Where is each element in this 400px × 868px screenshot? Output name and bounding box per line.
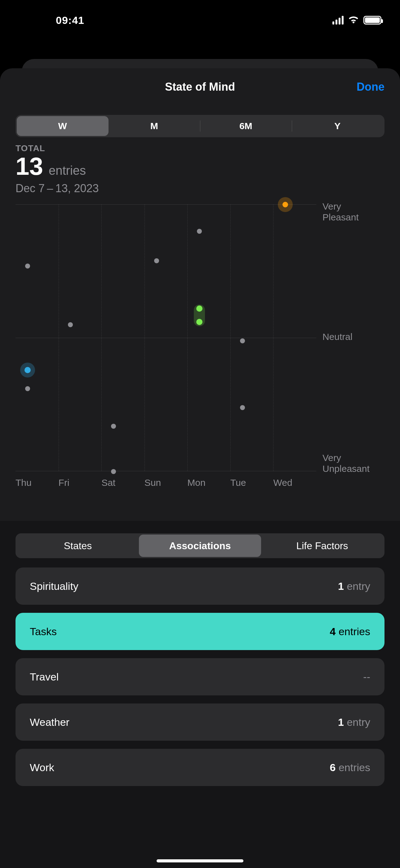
association-row[interactable]: Tasks4 entries [15,613,385,650]
status-time: 09:41 [19,14,84,26]
association-row[interactable]: Travel-- [15,658,385,695]
association-name: Weather [30,716,69,728]
x-axis-label: Mon [187,477,205,488]
association-count: -- [363,671,370,683]
page-title: State of Mind [165,81,235,93]
summary: TOTAL 13 entries Dec 7 – 13, 2023 [0,137,400,195]
chart-point[interactable] [154,258,159,263]
status-icons [332,16,381,25]
status-bar: 09:41 [0,0,400,37]
cellular-icon [332,16,343,25]
battery-icon [363,16,381,25]
chart-point[interactable] [111,424,116,429]
wifi-icon [348,16,359,25]
association-row[interactable]: Weather1 entry [15,704,385,741]
nav-bar: State of Mind Done [0,68,400,105]
done-button[interactable]: Done [357,81,385,93]
home-indicator[interactable] [157,859,243,862]
segment-week[interactable]: W [17,116,108,136]
x-axis-label: Thu [15,477,32,488]
association-name: Tasks [30,625,57,638]
chart-point[interactable] [68,322,73,327]
summary-date-range: Dec 7 – 13, 2023 [15,182,385,195]
sheet: State of Mind Done W M 6M Y TOTAL 13 ent… [0,68,400,868]
association-count: 1 entry [338,716,370,728]
association-row[interactable]: Spirituality1 entry [15,567,385,605]
chart-point[interactable] [25,264,30,269]
chart-point[interactable] [25,386,30,391]
time-range-segmented[interactable]: W M 6M Y [15,115,385,137]
association-count: 1 entry [338,580,370,592]
x-axis-label: Sat [101,477,115,488]
association-count: 6 entries [330,762,370,774]
segment-associations[interactable]: Associations [139,535,261,557]
chart-point[interactable] [25,367,31,373]
chart-point[interactable] [240,338,245,343]
chart-point[interactable] [240,405,245,410]
lower-section: States Associations Life Factors Spiritu… [0,521,400,868]
x-axis-label: Fri [59,477,69,488]
x-axis-label: Tue [230,477,246,488]
category-segmented[interactable]: States Associations Life Factors [15,533,385,558]
association-count: 4 entries [330,625,370,638]
associations-list: Spirituality1 entryTasks4 entriesTravel-… [15,567,385,786]
segment-6m[interactable]: 6M [200,116,292,136]
x-axis-label: Wed [273,477,292,488]
summary-count: 13 [15,152,43,181]
chart-point[interactable] [197,229,202,234]
state-of-mind-chart[interactable]: ThuFriSatSunMonTueWed VeryPleasant Neutr… [0,195,400,521]
segment-year[interactable]: Y [292,116,384,136]
segment-month[interactable]: M [108,116,200,136]
chart-point[interactable] [196,306,202,312]
segment-life-factors[interactable]: Life Factors [261,535,383,557]
segment-states[interactable]: States [17,535,139,557]
association-name: Travel [30,671,59,683]
y-axis-labels: VeryPleasant Neutral VeryUnpleasant [316,204,385,471]
association-name: Spirituality [30,580,78,592]
chart-point[interactable] [111,469,116,474]
x-axis-label: Sun [144,477,161,488]
chart-point[interactable] [196,319,202,325]
summary-count-unit: entries [49,164,86,178]
association-name: Work [30,762,54,774]
association-row[interactable]: Work6 entries [15,749,385,786]
chart-point[interactable] [282,202,288,207]
